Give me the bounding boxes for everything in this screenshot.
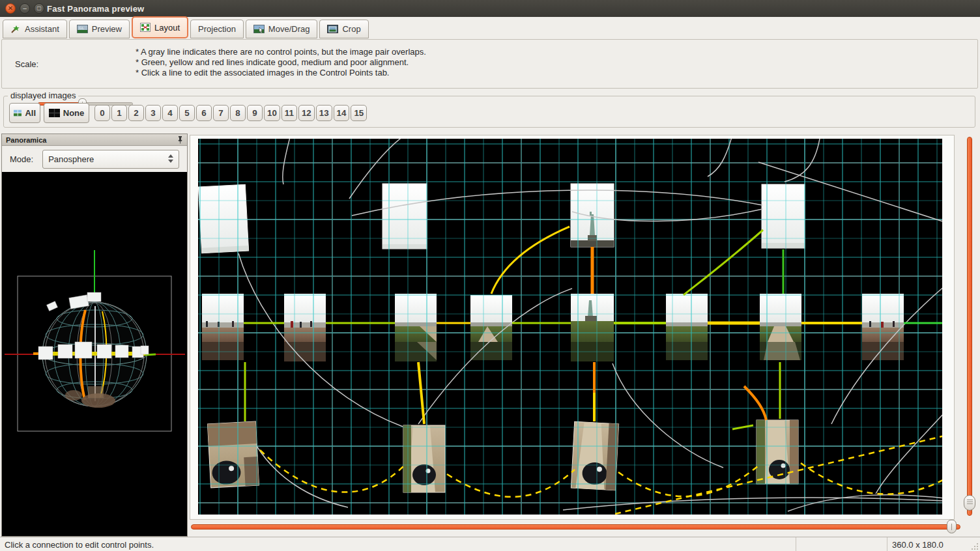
status-dimensions: 360.0 x 180.0 bbox=[887, 537, 980, 551]
mode-label: Mode: bbox=[10, 154, 33, 164]
image-toggle-button[interactable]: 14 bbox=[334, 105, 350, 121]
fast-panorama-preview-window: ✕ – ▢ Fast Panorama preview Assistant GL… bbox=[0, 0, 980, 551]
image-thumbnail-ground[interactable] bbox=[403, 425, 445, 492]
mode-select[interactable]: Panosphere bbox=[42, 150, 179, 169]
preview-gl-icon: GL bbox=[77, 25, 88, 33]
panoramica-panel: Panoramica Mode: Panosphere bbox=[1, 134, 188, 537]
panel-title: Panoramica bbox=[6, 136, 46, 144]
image-toggle-row: 0123456789101112131415 bbox=[94, 105, 367, 121]
pin-icon[interactable] bbox=[177, 135, 183, 144]
no-images-button[interactable]: None bbox=[44, 103, 89, 123]
image-toggle-button[interactable]: 6 bbox=[196, 105, 212, 121]
image-toggle-button[interactable]: 15 bbox=[351, 105, 367, 121]
help-line: * Click a line to edit the associated im… bbox=[136, 68, 426, 78]
image-toggle-button[interactable]: 2 bbox=[128, 105, 144, 121]
window-title: Fast Panorama preview bbox=[47, 0, 144, 17]
maximize-button[interactable]: ▢ bbox=[34, 3, 44, 14]
titlebar: ✕ – ▢ Fast Panorama preview bbox=[0, 0, 980, 18]
scale-label: Scale: bbox=[15, 59, 38, 69]
image-toggle-button[interactable]: 10 bbox=[264, 105, 280, 121]
status-empty-cell bbox=[796, 537, 887, 551]
panosphere-3d-view[interactable] bbox=[2, 172, 187, 536]
none-label: None bbox=[63, 108, 85, 118]
image-toggle-button[interactable]: 5 bbox=[179, 105, 195, 121]
tab-label: Crop bbox=[342, 24, 360, 34]
tab-layout[interactable]: Layout bbox=[132, 16, 188, 38]
tab-label: Preview bbox=[92, 24, 122, 34]
horizontal-pan-slider[interactable] bbox=[191, 521, 960, 533]
tab-label: Projection bbox=[198, 24, 236, 34]
image-thumbnail[interactable] bbox=[202, 294, 244, 360]
tab-move-drag[interactable]: Move/Drag bbox=[246, 20, 318, 38]
close-button[interactable]: ✕ bbox=[5, 3, 16, 14]
tab-crop[interactable]: Crop bbox=[319, 20, 368, 38]
tab-assistant[interactable]: Assistant bbox=[3, 20, 67, 38]
image-toggle-button[interactable]: 13 bbox=[316, 105, 332, 121]
minimize-button[interactable]: – bbox=[20, 3, 30, 14]
image-toggle-button[interactable]: 12 bbox=[298, 105, 315, 121]
spinner-arrows-icon bbox=[168, 154, 173, 163]
image-toggle-button[interactable]: 3 bbox=[145, 105, 161, 121]
horizontal-slider-track[interactable] bbox=[191, 524, 960, 530]
no-images-icon bbox=[49, 109, 60, 117]
image-toggle-button[interactable]: 1 bbox=[111, 105, 127, 121]
layout-canvas[interactable] bbox=[198, 139, 942, 515]
displayed-images-legend: displayed images bbox=[8, 91, 78, 100]
image-toggle-button[interactable]: 8 bbox=[230, 105, 246, 121]
tab-label: Assistant bbox=[25, 24, 59, 34]
status-message: Click a connection to edit control point… bbox=[0, 537, 796, 551]
all-images-icon bbox=[14, 109, 22, 117]
image-toggle-button[interactable]: 4 bbox=[162, 105, 178, 121]
mode-value: Panosphere bbox=[48, 154, 94, 164]
tab-preview[interactable]: GL Preview bbox=[69, 20, 130, 38]
tab-bar: Assistant GL Preview Layout Projection M… bbox=[0, 17, 980, 38]
image-toggle-button[interactable]: 11 bbox=[281, 105, 297, 121]
image-thumbnail-statue[interactable] bbox=[571, 184, 614, 247]
image-thumbnail-ground[interactable] bbox=[207, 421, 259, 488]
horizontal-slider-thumb[interactable] bbox=[947, 520, 957, 533]
help-line: * Green, yellow and red lines indicate g… bbox=[136, 57, 426, 68]
assistant-wand-icon bbox=[10, 25, 21, 34]
image-toggle-button[interactable]: 9 bbox=[247, 105, 263, 121]
help-line: * A gray line indicates there are no con… bbox=[136, 47, 426, 57]
panorama-size-value: 360.0 x 180.0 bbox=[892, 540, 944, 550]
image-thumbnail[interactable] bbox=[198, 184, 248, 253]
image-thumbnail-ground[interactable] bbox=[757, 420, 798, 484]
vertical-pan-slider[interactable] bbox=[964, 137, 975, 516]
layout-canvas-frame bbox=[190, 135, 955, 520]
image-thumbnail[interactable] bbox=[862, 294, 904, 360]
image-thumbnail[interactable] bbox=[760, 294, 801, 360]
scale-panel: Scale: * A gray line indicates there are… bbox=[1, 39, 978, 89]
image-toggle-button[interactable]: 7 bbox=[213, 105, 229, 121]
crop-icon bbox=[327, 25, 338, 33]
vertical-slider-track[interactable] bbox=[967, 137, 972, 516]
tab-projection[interactable]: Projection bbox=[190, 20, 244, 38]
tab-label: Move/Drag bbox=[268, 24, 310, 34]
all-label: All bbox=[25, 108, 36, 118]
layout-grid-icon bbox=[140, 23, 151, 32]
status-bar: Click a connection to edit control point… bbox=[0, 537, 980, 551]
vertical-slider-thumb[interactable] bbox=[964, 495, 975, 511]
resize-grip[interactable] bbox=[970, 542, 979, 550]
mode-row: Mode: Panosphere bbox=[2, 146, 187, 172]
tab-label: Layout bbox=[154, 23, 180, 33]
move-drag-icon bbox=[253, 25, 265, 33]
medium-equator-band[interactable] bbox=[42, 352, 145, 356]
panoramica-header: Panoramica bbox=[2, 134, 187, 146]
all-images-button[interactable]: All bbox=[9, 103, 40, 123]
image-toggle-button[interactable]: 0 bbox=[94, 105, 110, 121]
svg-text:GL: GL bbox=[79, 26, 85, 30]
legend-help-text: * A gray line indicates there are no con… bbox=[136, 47, 426, 78]
displayed-images-group: displayed images All None 01234567891011… bbox=[3, 96, 975, 128]
